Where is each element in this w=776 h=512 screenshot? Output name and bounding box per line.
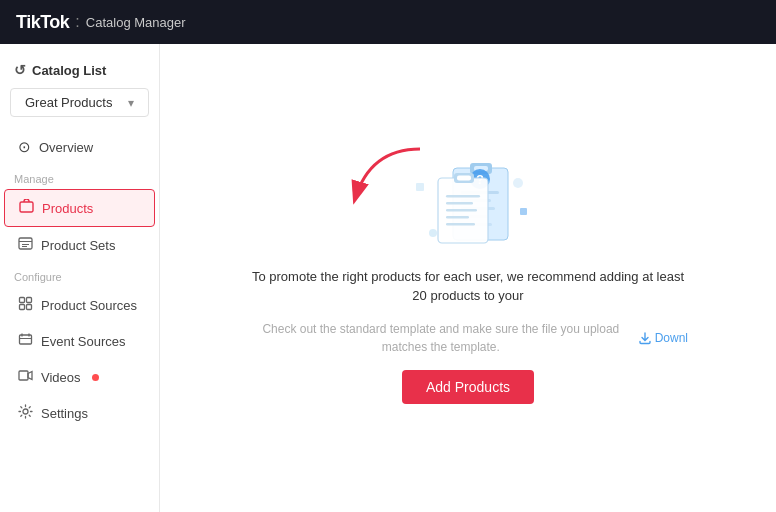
svg-rect-5	[20, 298, 25, 303]
catalog-dropdown[interactable]: Great Products ▾	[10, 88, 149, 117]
svg-rect-6	[27, 298, 32, 303]
logo: TikTok : Catalog Manager	[16, 12, 186, 33]
empty-state: ? To promote the right products for each…	[228, 133, 708, 424]
sidebar-item-videos-label: Videos	[41, 370, 81, 385]
svg-rect-32	[457, 175, 471, 180]
app-subtitle: Catalog Manager	[86, 15, 186, 30]
svg-rect-7	[20, 305, 25, 310]
sidebar-item-products[interactable]: Products	[4, 189, 155, 227]
sidebar-item-product-sources[interactable]: Product Sources	[4, 287, 155, 323]
brand-separator: :	[75, 13, 79, 31]
empty-subtitle: Check out the standard template and make…	[248, 320, 688, 356]
sidebar-item-settings-label: Settings	[41, 406, 88, 421]
svg-rect-36	[446, 216, 469, 219]
svg-rect-0	[20, 202, 33, 212]
svg-rect-9	[20, 335, 32, 344]
catalog-list-link[interactable]: ↺ Catalog List	[0, 56, 159, 88]
svg-rect-17	[520, 208, 527, 215]
sidebar-item-products-label: Products	[42, 201, 93, 216]
sidebar-item-product-sets[interactable]: Product Sets	[4, 227, 155, 263]
download-label: Downl	[655, 329, 688, 347]
svg-rect-8	[27, 305, 32, 310]
sidebar-item-event-sources-label: Event Sources	[41, 334, 126, 349]
catalog-name: Great Products	[25, 95, 112, 110]
configure-section-label: Configure	[0, 263, 159, 287]
svg-rect-13	[19, 371, 28, 380]
layout: ↺ Catalog List Great Products ▾ ⊙ Overvi…	[0, 44, 776, 512]
product-sets-icon	[18, 236, 33, 254]
sidebar-item-product-sets-label: Product Sets	[41, 238, 115, 253]
manage-section-label: Manage	[0, 165, 159, 189]
videos-icon	[18, 368, 33, 386]
empty-title: To promote the right products for each u…	[248, 267, 688, 306]
svg-point-14	[23, 409, 28, 414]
svg-point-18	[429, 229, 437, 237]
products-icon	[19, 199, 34, 217]
svg-rect-1	[19, 238, 32, 249]
sidebar-item-overview[interactable]: ⊙ Overview	[4, 129, 155, 165]
chevron-down-icon: ▾	[128, 96, 134, 110]
svg-rect-35	[446, 209, 477, 212]
svg-rect-33	[446, 195, 480, 198]
app-header: TikTok : Catalog Manager	[0, 0, 776, 44]
event-sources-icon	[18, 332, 33, 350]
settings-icon	[18, 404, 33, 422]
main-content: ? To promote the right products for each…	[160, 44, 776, 512]
svg-rect-37	[446, 223, 475, 226]
sidebar-item-overview-label: Overview	[39, 140, 93, 155]
sidebar-item-event-sources[interactable]: Event Sources	[4, 323, 155, 359]
back-icon: ↺	[14, 62, 26, 78]
catalog-list-label: Catalog List	[32, 63, 106, 78]
svg-rect-16	[416, 183, 424, 191]
svg-rect-34	[446, 202, 473, 205]
sidebar-item-product-sources-label: Product Sources	[41, 298, 137, 313]
product-sources-icon	[18, 296, 33, 314]
brand-name: TikTok	[16, 12, 69, 33]
download-link[interactable]: Downl	[638, 329, 688, 347]
add-products-button[interactable]: Add Products	[402, 370, 534, 404]
illustration: ?	[408, 153, 528, 253]
sidebar: ↺ Catalog List Great Products ▾ ⊙ Overvi…	[0, 44, 160, 512]
overview-icon: ⊙	[18, 138, 31, 156]
svg-point-19	[513, 178, 523, 188]
sidebar-item-videos[interactable]: Videos	[4, 359, 155, 395]
sidebar-item-settings[interactable]: Settings	[4, 395, 155, 431]
videos-badge	[92, 374, 99, 381]
